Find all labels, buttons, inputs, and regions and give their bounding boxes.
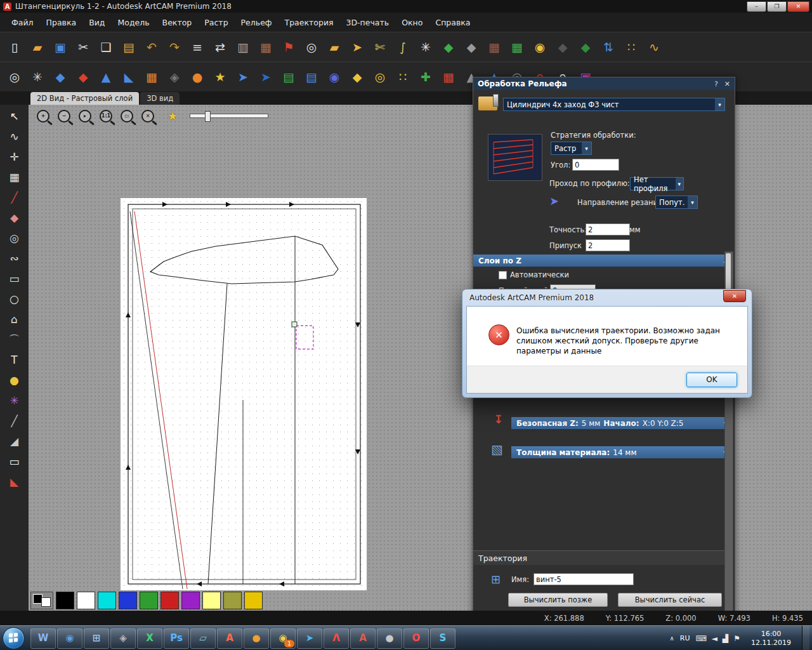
skype-icon[interactable]: S	[430, 628, 455, 649]
menu-item[interactable]: Вектор	[156, 15, 199, 30]
panel-help-button[interactable]: ?	[714, 80, 718, 88]
target-button[interactable]: ◎	[302, 37, 321, 56]
undo-button[interactable]: ↶	[142, 37, 161, 56]
open-button[interactable]: ▰	[28, 37, 47, 56]
droplet-tool[interactable]: ●	[4, 373, 25, 388]
tolerance-input[interactable]	[586, 223, 630, 235]
magic-wand-icon[interactable]: ★	[167, 109, 178, 123]
text-tool[interactable]: T	[4, 352, 25, 368]
swirl-button[interactable]: ◉	[325, 67, 344, 86]
material-header[interactable]: Толщина материала: 14 мм ▾	[511, 446, 732, 458]
opera-icon[interactable]: O	[403, 628, 429, 649]
auto-checkbox[interactable]	[499, 271, 507, 279]
calculate-later-button[interactable]: Вычислить позже	[508, 593, 608, 607]
panel-close-button[interactable]: ✕	[724, 80, 730, 88]
layers-blue-button[interactable]: ▤	[302, 67, 321, 86]
excel-icon[interactable]: X	[137, 628, 162, 649]
grid-red-button[interactable]: ▦	[439, 67, 458, 86]
diamond-green-button[interactable]: ◆	[576, 37, 595, 56]
artcam-icon[interactable]: A	[217, 628, 242, 649]
hidden-icons-chevron[interactable]: ∧	[669, 635, 674, 642]
zoom-previous-tool[interactable]: ▸	[79, 110, 91, 123]
menu-item[interactable]: 3D-печать	[340, 15, 396, 30]
drawing-canvas[interactable]	[121, 198, 367, 590]
cut-button[interactable]: ✂	[74, 37, 93, 56]
swap-button[interactable]: ⇅	[599, 37, 618, 56]
transform-button[interactable]: ⇄	[211, 37, 230, 56]
freehand-vector-tool[interactable]: ∾	[4, 251, 25, 267]
diamond-dark-button[interactable]: ◆	[553, 37, 572, 56]
diamond-blue-button[interactable]: ◆	[51, 67, 70, 86]
allowance-input[interactable]	[586, 239, 630, 251]
zoom-1to1-tool[interactable]: 1:1	[100, 110, 112, 123]
block-maroon-button[interactable]: ▦	[485, 37, 504, 56]
hook-button[interactable]: ∫	[393, 37, 412, 56]
mouse-icon[interactable]: ●	[377, 628, 402, 649]
color-swatch[interactable]	[77, 592, 95, 609]
autocad-icon[interactable]: A	[350, 628, 376, 649]
color-swatch[interactable]	[119, 592, 137, 609]
flat-eraser-tool[interactable]: ◆	[4, 210, 25, 226]
color-swatch[interactable]	[140, 592, 158, 609]
menu-item[interactable]: Рельеф	[235, 15, 278, 30]
gold-ring-button[interactable]: ◎	[370, 67, 390, 86]
layers-green-button[interactable]: ▤	[279, 67, 298, 86]
safe-z-header[interactable]: Безопасная Z: 5 мм Начало: X:0 Y:0 Z:5 ▾	[511, 417, 732, 429]
menu-item[interactable]: Правка	[40, 15, 83, 30]
tool-select[interactable]: Цилиндрич 4х заход Ф3 чист ▾	[503, 98, 725, 111]
spray-tool[interactable]: ✳	[4, 393, 25, 409]
profile-select[interactable]: Нет профиля ▾	[630, 177, 684, 190]
transform-tool[interactable]: ✛	[4, 149, 25, 165]
gem-green-button[interactable]: ◆	[439, 37, 458, 56]
rectangle-tool[interactable]: ▭	[4, 271, 25, 287]
photoshop-icon[interactable]: Ps	[164, 628, 189, 649]
volume-icon[interactable]: ◄	[712, 634, 717, 643]
foreground-background-swatch[interactable]	[30, 592, 53, 609]
gray-app-icon[interactable]: ◈	[110, 628, 136, 649]
zoom-out-tool[interactable]: −	[58, 110, 70, 123]
start-button[interactable]	[3, 627, 25, 649]
strategy-select[interactable]: Растр ▾	[551, 142, 592, 155]
zoom-slider-thumb[interactable]	[205, 111, 211, 122]
z-layers-header[interactable]: Слои по Z ▴	[473, 255, 732, 267]
star-folder-button[interactable]: ★	[211, 67, 230, 86]
color-swatch[interactable]	[160, 592, 179, 609]
word-icon[interactable]: W	[30, 628, 56, 649]
telegram-icon[interactable]: ➤	[297, 628, 322, 649]
flag-button[interactable]: ⚑	[279, 37, 298, 56]
new-file-button[interactable]: ▯	[5, 37, 24, 56]
redo-button[interactable]: ↷	[165, 37, 184, 56]
grid-green-button[interactable]: ▦	[508, 37, 527, 56]
keyboard-icon[interactable]: ⌨	[695, 634, 706, 643]
paste-button[interactable]: ▤	[119, 37, 138, 56]
menu-item[interactable]: Справка	[429, 15, 476, 30]
show-desktop-button[interactable]	[802, 626, 809, 650]
dots-gold-button[interactable]: ∷	[622, 37, 641, 56]
color-swatch[interactable]	[56, 592, 74, 609]
wand-tool[interactable]: ◎	[4, 230, 25, 246]
node-edit-tool[interactable]: ∿	[4, 129, 25, 145]
orange-app-icon[interactable]: ●	[244, 628, 269, 649]
save-button[interactable]: ▣	[51, 37, 70, 56]
mosaic-button[interactable]: ▦	[256, 37, 275, 56]
gem-gray-button[interactable]: ◆	[462, 37, 481, 56]
dialog-close-button[interactable]: ✕	[723, 290, 746, 302]
menu-item[interactable]: Окно	[395, 15, 429, 30]
select-tool[interactable]: ↖	[4, 109, 25, 124]
close-button[interactable]: ✕	[787, 1, 809, 12]
stack-button[interactable]: ◈	[165, 67, 184, 86]
calculate-now-button[interactable]: Вычислить сейчас	[618, 593, 722, 607]
color-swatch[interactable]	[181, 592, 200, 609]
zoom-fit-tool[interactable]: ✕	[141, 110, 154, 123]
viewer-icon[interactable]: ▱	[190, 628, 216, 649]
zoom-tool-button[interactable]: ◎	[5, 67, 24, 86]
action-center-icon[interactable]: ⚑	[733, 634, 740, 643]
pin-gold-button[interactable]: ◉	[530, 37, 549, 56]
paint-tool[interactable]: ╱	[4, 190, 25, 206]
brush-tool[interactable]: ◢	[4, 434, 25, 449]
blob-button[interactable]: ●	[188, 67, 207, 86]
background-swatch[interactable]	[41, 597, 51, 607]
plus-green-button[interactable]: ✚	[416, 67, 435, 86]
vector-cut-button[interactable]: ✄	[370, 37, 390, 56]
color-swatch[interactable]	[98, 592, 116, 609]
